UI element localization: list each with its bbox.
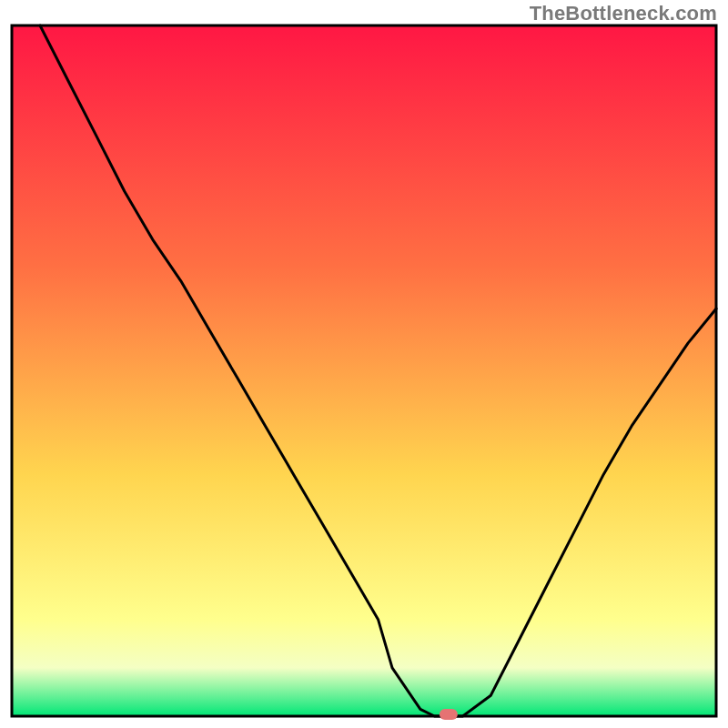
plot-background [12, 25, 716, 716]
chart-container: TheBottleneck.com [0, 0, 728, 728]
watermark-text: TheBottleneck.com [530, 2, 717, 25]
optimal-marker [440, 709, 458, 720]
bottleneck-chart [0, 0, 728, 728]
